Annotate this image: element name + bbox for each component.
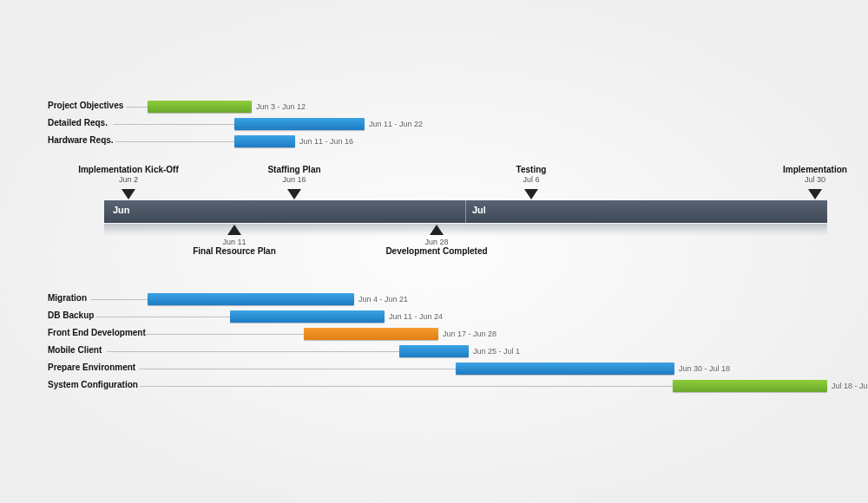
task-bar <box>148 101 252 113</box>
connector-line <box>115 141 234 142</box>
connector-line <box>126 107 148 108</box>
chevron-up-icon <box>227 225 241 235</box>
connector-line <box>113 124 234 125</box>
task-range: Jun 17 - Jun 28 <box>443 330 496 338</box>
chevron-down-icon <box>524 189 538 199</box>
month-tick <box>465 200 466 223</box>
task-bar <box>673 380 827 392</box>
milestone-label: Jun 28 Development Completed <box>372 237 502 256</box>
task-label: Detailed Reqs. <box>48 118 108 127</box>
milestone-date: Jun 16 <box>251 175 338 184</box>
task-bar <box>148 293 354 305</box>
milestone-title: Development Completed <box>372 246 502 256</box>
task-range: Jun 3 - Jun 12 <box>256 102 306 111</box>
chevron-down-icon <box>808 189 822 199</box>
task-bar <box>456 363 674 375</box>
milestone-label: Staffing Plan Jun 16 <box>251 165 338 184</box>
task-label: Mobile Client <box>48 345 102 355</box>
task-row: Front End Development Jun 17 - Jun 28 <box>48 325 827 343</box>
milestone-label: Jun 11 Final Resource Plan <box>182 237 286 256</box>
task-row: Prepare Environment Jun 30 - Jul 18 <box>48 360 827 377</box>
task-label: Prepare Environment <box>48 363 135 372</box>
task-bar <box>399 345 469 357</box>
task-row: Detailed Reqs. Jun 11 - Jun 22 <box>48 115 827 133</box>
task-range: Jun 11 - Jun 16 <box>299 137 353 146</box>
connector-line <box>95 317 230 317</box>
month-label: Jul <box>472 205 486 215</box>
task-range: Jun 4 - Jun 21 <box>358 295 408 304</box>
milestone-date: Jul 6 <box>496 175 566 184</box>
chevron-down-icon <box>122 189 135 199</box>
gantt-timeline-chart: Project Objectives Jun 3 - Jun 12 Detail… <box>48 98 827 419</box>
milestone-label: Implementation Jul 30 <box>763 165 867 184</box>
task-row: DB Backup Jun 11 - Jun 24 <box>48 308 827 325</box>
task-bar <box>234 135 295 147</box>
connector-line <box>139 369 456 369</box>
milestone-date: Jun 28 <box>372 238 502 246</box>
milestone-date: Jun 2 <box>76 175 181 184</box>
task-range: Jul 18 - Jul 31 <box>832 382 868 390</box>
task-label: DB Backup <box>48 310 94 320</box>
task-label: System Configuration <box>48 380 138 389</box>
task-range: Jun 25 - Jul 1 <box>473 347 520 356</box>
task-bar <box>234 118 365 130</box>
task-row: System Configuration Jul 18 - Jul 31 <box>48 377 827 395</box>
task-bar <box>304 328 438 340</box>
milestone-title: Final Resource Plan <box>182 246 286 256</box>
milestone-label: Implementation Kick-Off Jun 2 <box>76 165 181 184</box>
task-range: Jun 30 - Jul 18 <box>679 364 730 373</box>
timeline-reflection <box>104 224 827 236</box>
milestone-date: Jul 30 <box>763 175 867 184</box>
milestone-date: Jun 11 <box>182 238 286 246</box>
task-range: Jun 11 - Jun 22 <box>369 120 423 128</box>
connector-line <box>140 386 673 387</box>
timeline-axis: Jun Jul <box>104 200 827 223</box>
milestone-title: Implementation Kick-Off <box>76 165 181 174</box>
month-label: Jun <box>113 205 130 215</box>
milestone-title: Testing <box>496 165 566 174</box>
milestone-title: Implementation <box>763 165 867 174</box>
task-range: Jun 11 - Jun 24 <box>389 312 443 321</box>
task-label: Front End Development <box>48 328 146 337</box>
connector-line <box>107 351 399 352</box>
chevron-up-icon <box>430 225 444 235</box>
task-row: Hardware Reqs. Jun 11 - Jun 16 <box>48 133 827 150</box>
connector-line <box>91 299 148 300</box>
task-label: Migration <box>48 293 87 303</box>
milestone-title: Staffing Plan <box>251 165 338 174</box>
task-bar <box>230 310 385 323</box>
task-row: Migration Jun 4 - Jun 21 <box>48 291 827 308</box>
task-row: Project Objectives Jun 3 - Jun 12 <box>48 98 827 115</box>
task-label: Project Objectives <box>48 101 123 110</box>
milestone-label: Testing Jul 6 <box>496 165 566 184</box>
task-label: Hardware Reqs. <box>48 135 114 145</box>
connector-line <box>146 334 304 335</box>
chevron-down-icon <box>287 189 301 199</box>
task-row: Mobile Client Jun 25 - Jul 1 <box>48 343 827 360</box>
